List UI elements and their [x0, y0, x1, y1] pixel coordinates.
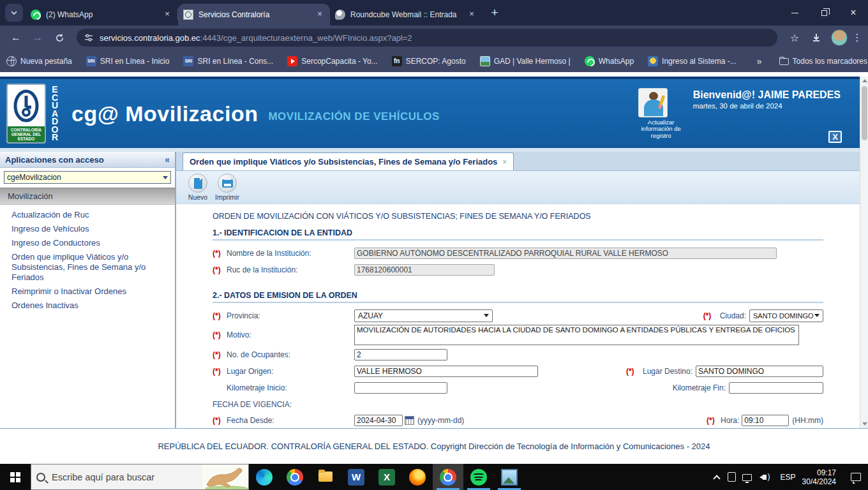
browser-tab-bar: (2) WhatsApp × Servicios Contraloría × R… — [0, 0, 868, 26]
update-registration-link[interactable]: Actualizar información de registro — [638, 119, 684, 140]
application-select[interactable]: cgeMovilizacion — [4, 171, 171, 184]
taskbar-firefox[interactable] — [402, 464, 433, 490]
sidebar-item-reimprimir-inactivar[interactable]: Reimprimir o Inactivar Ordenes — [11, 286, 171, 297]
page-scrollbar[interactable] — [860, 77, 868, 428]
tab-close-icon[interactable]: × — [162, 10, 172, 20]
close-window-button[interactable]: × — [839, 0, 868, 26]
tab-close-icon[interactable]: × — [467, 10, 477, 20]
sidebar-item-ingreso-conductores[interactable]: Ingreso de Conductores — [11, 238, 171, 248]
bookmark-whatsapp[interactable]: WhatsApp — [585, 56, 634, 66]
sidebar-item-actualizacion-ruc[interactable]: Actualización de Ruc — [11, 210, 171, 220]
taskbar-file-explorer[interactable] — [310, 464, 341, 490]
whatsapp-icon — [31, 10, 41, 20]
taskbar-edge[interactable] — [249, 464, 280, 490]
bookmarks-overflow-button[interactable]: » — [751, 56, 768, 66]
logo-band-text: CONTRALORÍA GENERAL DEL ESTADO — [8, 126, 45, 142]
bookmark-sercopcapacita[interactable]: SercopCapacita - Yo... — [287, 56, 377, 66]
bookmark-ingreso-sistema[interactable]: Ingreso al Sistema -... — [648, 56, 737, 66]
forward-button[interactable]: → — [29, 29, 47, 47]
window-controls: × — [780, 0, 868, 26]
fecha-desde-field[interactable] — [354, 415, 403, 426]
user-avatar[interactable] — [638, 88, 668, 117]
tab-roundcube[interactable]: Roundcube Webmail :: Entrada × — [330, 4, 482, 26]
taskbar-photos[interactable] — [494, 464, 525, 490]
address-bar[interactable]: servicios.contraloria.gob.ec:4443/cge_ar… — [77, 29, 777, 47]
lugar-origen-field[interactable] — [354, 366, 538, 377]
profile-avatar[interactable] — [831, 29, 848, 46]
minimize-button[interactable] — [780, 0, 809, 26]
new-tab-button[interactable]: + — [486, 4, 504, 22]
taskbar-chrome[interactable] — [280, 464, 310, 490]
printer-icon — [218, 174, 237, 193]
logout-close-button[interactable]: X — [828, 131, 842, 143]
url-path: :4443/cge_arquitecturaexterna_web/WFInic… — [200, 33, 412, 43]
word-icon: W — [348, 469, 364, 486]
sidebar-group-movilizacion[interactable]: Movilización — [0, 188, 175, 205]
hora-desde-field[interactable] — [742, 415, 789, 426]
notification-center-button[interactable] — [844, 473, 868, 481]
ciudad-select[interactable]: SANTO DOMINGO — [749, 309, 823, 322]
scroll-down-arrow[interactable] — [860, 420, 868, 428]
order-form: ORDEN DE MOVILIZACIÓN CON VIÁTICOS Y/O S… — [176, 204, 868, 428]
tab-close-icon[interactable]: × — [315, 10, 325, 20]
document-tab-close-icon[interactable]: × — [502, 158, 507, 167]
windows-taskbar: Escribe aquí para buscar W X ESP — [0, 464, 868, 490]
taskbar-search[interactable]: Escribe aquí para buscar — [31, 464, 249, 490]
tray-volume-button[interactable] — [755, 475, 774, 480]
tab-servicios-contraloria[interactable]: Servicios Contraloría × — [178, 4, 330, 26]
tray-expand-button[interactable] — [709, 473, 724, 481]
ciudad-group: (*) Ciudad: SANTO DOMINGO — [703, 309, 823, 322]
document-tab[interactable]: Orden que implique Viáticos y/o Subsiste… — [183, 152, 514, 170]
km-inicio-field[interactable] — [354, 382, 447, 394]
bookmark-sri-consultas[interactable]: SRISRI en Línea - Cons... — [183, 56, 273, 66]
bookmark-nueva-pestana[interactable]: Nueva pestaña — [6, 56, 72, 66]
taskbar-spotify[interactable] — [463, 464, 494, 490]
downloads-button[interactable] — [807, 29, 825, 47]
sidebar-item-ordenes-inactivas[interactable]: Ordenes Inactivas — [11, 301, 171, 311]
tab-search-button[interactable] — [5, 4, 23, 22]
motivo-field[interactable]: MOVILIZACIÓN DE AUTORIDADES HACIA LA CIU… — [354, 325, 799, 345]
new-button[interactable]: Nuevo — [184, 174, 212, 201]
sidebar-item-orden-viaticos[interactable]: Orden que implique Viáticos y/o Subsiste… — [11, 252, 171, 283]
ocupantes-field[interactable] — [354, 349, 447, 360]
lugar-destino-field[interactable] — [696, 366, 823, 377]
bookmark-star-button[interactable]: ☆ — [786, 29, 804, 47]
bookmark-gad-valle-hermoso[interactable]: GAD | Valle Hermoso | — [480, 56, 571, 66]
browser-toolbar: ← → servicios.contraloria.gob.ec:4443/cg… — [0, 26, 868, 50]
sidebar-collapse-icon[interactable]: « — [165, 154, 170, 165]
scroll-up-arrow[interactable] — [860, 77, 868, 85]
restore-button[interactable] — [809, 0, 839, 26]
sidebar-title: Aplicaciones con acceso — [5, 155, 165, 165]
sidebar-item-ingreso-vehiculos[interactable]: Ingreso de Vehículos — [11, 224, 171, 234]
browser-menu-button[interactable]: ⋮ — [851, 32, 863, 43]
avatar-column: Actualizar información de registro — [638, 88, 684, 140]
provincia-select[interactable]: AZUAY — [354, 309, 493, 322]
bookmark-sercop-agosto[interactable]: fnSERCOP: Agosto — [392, 56, 466, 66]
scrollbar-thumb[interactable] — [862, 86, 867, 140]
chevron-down-icon — [10, 9, 18, 17]
app-title: cg@ Movilizacion — [71, 101, 258, 126]
restore-icon — [821, 10, 827, 16]
language-indicator[interactable]: ESP — [774, 473, 802, 482]
cheetah-image — [202, 464, 248, 490]
tab-whatsapp[interactable]: (2) WhatsApp × — [26, 4, 177, 26]
print-button[interactable]: Imprimir — [213, 174, 241, 201]
folder-icon — [779, 56, 789, 66]
cge-monogram-icon — [8, 85, 45, 126]
reload-button[interactable] — [50, 29, 68, 47]
km-fin-field[interactable] — [729, 382, 823, 394]
ciudad-label: Ciudad: — [720, 311, 746, 320]
gad-icon — [480, 56, 490, 66]
tray-device-button[interactable] — [724, 472, 740, 482]
taskbar-chrome-active[interactable] — [433, 464, 463, 490]
back-button[interactable]: ← — [7, 29, 25, 47]
start-button[interactable] — [0, 464, 31, 490]
taskbar-clock[interactable]: 09:17 30/4/2024 — [802, 468, 844, 486]
calendar-icon[interactable] — [405, 416, 414, 425]
taskbar-word[interactable]: W — [341, 464, 371, 490]
bookmark-sri-inicio[interactable]: SRISRI en Línea - Inicio — [86, 56, 170, 66]
tray-network-button[interactable] — [740, 473, 755, 480]
all-bookmarks-button[interactable]: Todos los marcadores — [779, 56, 867, 66]
site-info-icon[interactable] — [84, 33, 93, 42]
taskbar-excel[interactable]: X — [371, 464, 402, 490]
